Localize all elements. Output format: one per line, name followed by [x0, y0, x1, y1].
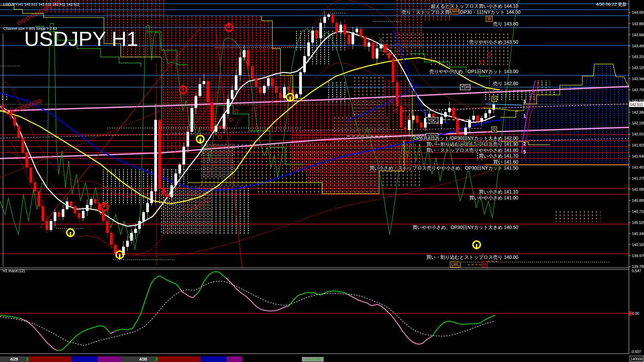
svg-text:0.00: 0.00: [632, 311, 639, 315]
svg-text:D: D: [493, 127, 496, 132]
svg-text:141.825: 141.825: [632, 143, 644, 147]
svg-text:売り・ストップロス買: 売り・ストップロス買: [402, 9, 449, 15]
svg-text:142.195: 142.195: [632, 121, 644, 125]
svg-text:5: 5: [523, 149, 526, 155]
svg-text:M: M: [483, 262, 486, 267]
svg-text:4/29: 4/29: [10, 357, 18, 362]
svg-text:142.010: 142.010: [632, 132, 644, 136]
svg-text:W: W: [487, 16, 491, 21]
svg-text:1: 1: [523, 113, 526, 119]
svg-text:買い小さめ 141.70: 買い小さめ 141.70: [479, 153, 518, 159]
svg-text:買い 141.60: 買い 141.60: [493, 159, 518, 165]
svg-text:143.495: 143.495: [632, 44, 644, 48]
svg-text:買い小さめ・ストップロス売りやや小さめ、OP30日NYカット: 買い小さめ・ストップロス売りやや小さめ、OP30日NYカット 141.50: [369, 165, 518, 171]
svg-text:買い・割り込むとストップロス売り 140.00: 買い・割り込むとストップロス売り 140.00: [426, 254, 519, 260]
svg-text:139.970: 139.970: [632, 254, 644, 258]
svg-text:3: 3: [523, 99, 526, 104]
svg-text:買い・割り込むとストップロス売り 141.90: 買い・割り込むとストップロス売り 141.90: [426, 141, 519, 147]
svg-text:買いやや小さめ 141.00: 買いやや小さめ 141.00: [469, 195, 519, 200]
svg-text:142.511: 142.511: [630, 103, 643, 107]
svg-text:140.895: 140.895: [632, 198, 644, 202]
svg-text:LWL: LWL: [451, 262, 459, 267]
svg-text:144.055: 144.055: [632, 10, 644, 14]
svg-text:143.680: 143.680: [632, 33, 644, 37]
svg-text:USDJPY,H1 142.511 142.511 142: USDJPY,H1 142.511 142.511 142.511 142.51…: [3, 2, 79, 6]
svg-text:4/30: 4/30: [139, 357, 147, 362]
svg-text:売りやや小さめ、OP1日NYカット 143.00: 売りやや小さめ、OP1日NYカット 143.00: [429, 69, 518, 74]
svg-text:141.085: 141.085: [632, 187, 644, 191]
svg-text:140.155: 140.155: [632, 243, 644, 247]
svg-text:139.785: 139.785: [632, 264, 644, 268]
svg-text:142.940: 142.940: [632, 77, 644, 81]
svg-text:0.547: 0.547: [632, 269, 641, 273]
svg-text:macd ON: macd ON: [305, 357, 321, 361]
svg-text:売りやや小さめ 143.50: 売りやや小さめ 143.50: [469, 39, 519, 45]
svg-text:買い・ストップロス売りやや小さめ 141.80: 買い・ストップロス売りやや小さめ 141.80: [426, 147, 518, 153]
svg-text:買い小さめ 141.10: 買い小さめ 141.10: [479, 189, 518, 194]
svg-text:YDC: YDC: [428, 118, 436, 123]
svg-text:売り 142.80: 売り 142.80: [493, 81, 518, 86]
svg-text:買いやや小さめ、OP30日NYカット大きめ 140.50: 買いやや小さめ、OP30日NYカット大きめ 140.50: [413, 225, 518, 230]
svg-text:超えるとストップロス買い小さめ 144.10: 超えるとストップロス買い小さめ 144.10: [431, 3, 518, 9]
svg-text:142.755: 142.755: [632, 88, 644, 92]
svg-text:143.125: 143.125: [632, 66, 644, 70]
svg-text:LWH: LWH: [450, 9, 459, 14]
svg-text:OP6月4日カット/OP30日NYカット大きめ 142.00: OP6月4日カット/OP30日NYカット大きめ 142.00: [414, 135, 518, 141]
svg-text:YDH: YDH: [461, 85, 469, 89]
svg-text:140.340: 140.340: [632, 232, 644, 236]
svg-text:141.640: 141.640: [632, 154, 644, 158]
svg-text:143.865: 143.865: [632, 22, 644, 26]
svg-text:OP30・1日NYカット 144.00: OP30・1日NYカット 144.00: [460, 9, 521, 15]
svg-text:140.525: 140.525: [632, 221, 644, 225]
svg-text:141.270: 141.270: [632, 176, 644, 180]
svg-text:売り 143.80: 売り 143.80: [493, 21, 518, 26]
svg-text:141.455: 141.455: [632, 165, 644, 169]
svg-text:H1 macd (12): H1 macd (12): [3, 269, 25, 273]
svg-text:140.710: 140.710: [632, 209, 644, 214]
svg-text:-0.507: -0.507: [631, 350, 641, 354]
svg-text:D: D: [493, 97, 496, 101]
svg-text:4/30 06:22 更新: 4/30 06:22 更新: [596, 2, 627, 7]
svg-text:USDJPY H1: USDJPY H1: [24, 27, 138, 50]
svg-text:143.310: 143.310: [632, 55, 644, 59]
svg-text:2: 2: [523, 141, 526, 146]
svg-text:140000: 140000: [631, 357, 643, 361]
svg-text:142.380: 142.380: [632, 110, 644, 114]
